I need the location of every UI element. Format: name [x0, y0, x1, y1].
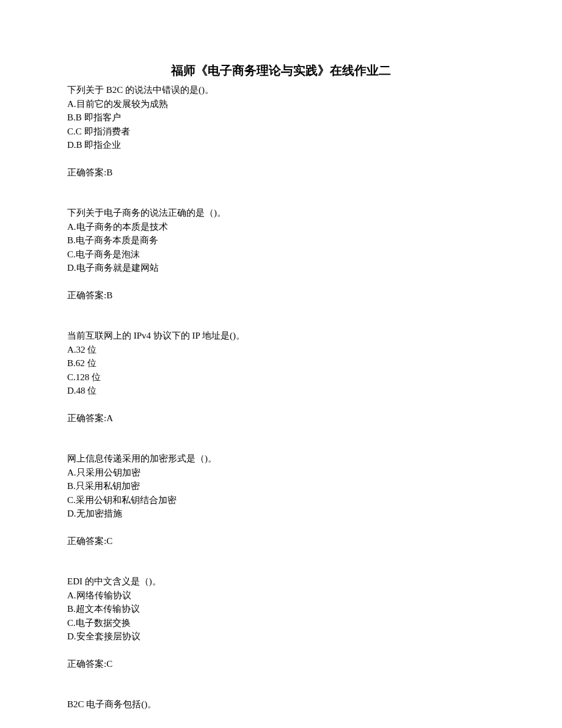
- question-answer: 正确答案:C: [67, 534, 495, 548]
- question-2: 下列关于电子商务的说法正确的是（)。 A.电子商务的本质是技术 B.电子商务本质…: [67, 206, 495, 302]
- question-option: B.电子商务本质是商务: [67, 233, 495, 248]
- question-answer: 正确答案:B: [67, 166, 495, 180]
- question-stem: 下列关于电子商务的说法正确的是（)。: [67, 208, 226, 218]
- question-3: 当前互联网上的 IPv4 协议下的 IP 地址是()。 A.32 位 B.62 …: [67, 329, 495, 425]
- spacer: [67, 315, 495, 329]
- question-option: C.128 位: [67, 370, 495, 384]
- spacer: [67, 561, 495, 575]
- question-stem: B2C 电子商务包括()。: [67, 699, 156, 709]
- question-option: D.无加密措施: [67, 507, 495, 521]
- spacer: [67, 684, 495, 697]
- document-page: 福师《电子商务理论与实践》在线作业二 下列关于 B2C 的说法中错误的是()。 …: [0, 0, 562, 728]
- question-option: B.超文本传输协议: [67, 602, 495, 616]
- question-4: 网上信息传递采用的加密形式是（)。 A.只采用公钥加密 B.只采用私钥加密 C.…: [67, 452, 495, 548]
- question-option: B.62 位: [67, 356, 495, 370]
- question-option: D.48 位: [67, 384, 495, 398]
- question-option: D.安全套接层协议: [67, 630, 495, 644]
- spacer: [67, 193, 495, 206]
- question-1: 下列关于 B2C 的说法中错误的是()。 A.目前它的发展较为成熟 B.B 即指…: [67, 83, 495, 179]
- question-option: A.目前它的发展较为成熟: [67, 97, 495, 111]
- page-title: 福师《电子商务理论与实践》在线作业二: [67, 61, 495, 79]
- question-answer: 正确答案:A: [67, 411, 495, 425]
- question-stem: 网上信息传递采用的加密形式是（)。: [67, 454, 217, 463]
- question-option: C.电子数据交换: [67, 616, 495, 630]
- question-option: C.C 即指消费者: [67, 125, 495, 139]
- question-option: D.电子商务就是建网站: [67, 261, 495, 275]
- spacer: [67, 438, 495, 452]
- question-option: B.B 即指客户: [67, 111, 495, 125]
- question-option: A.网络传输协议: [67, 589, 495, 603]
- question-answer: 正确答案:C: [67, 657, 495, 671]
- question-stem: 下列关于 B2C 的说法中错误的是()。: [67, 85, 214, 95]
- question-6: B2C 电子商务包括()。: [67, 697, 495, 711]
- question-option: A.32 位: [67, 343, 495, 357]
- question-option: A.只采用公钥加密: [67, 466, 495, 480]
- question-option: C.电子商务是泡沫: [67, 248, 495, 262]
- question-5: EDI 的中文含义是（)。 A.网络传输协议 B.超文本传输协议 C.电子数据交…: [67, 575, 495, 671]
- question-answer: 正确答案:B: [67, 289, 495, 303]
- question-stem: 当前互联网上的 IPv4 协议下的 IP 地址是()。: [67, 331, 245, 340]
- question-option: A.电子商务的本质是技术: [67, 220, 495, 234]
- question-option: D.B 即指企业: [67, 138, 495, 152]
- question-option: B.只采用私钥加密: [67, 479, 495, 493]
- question-stem: EDI 的中文含义是（)。: [67, 576, 161, 586]
- question-option: C.采用公钥和私钥结合加密: [67, 493, 495, 507]
